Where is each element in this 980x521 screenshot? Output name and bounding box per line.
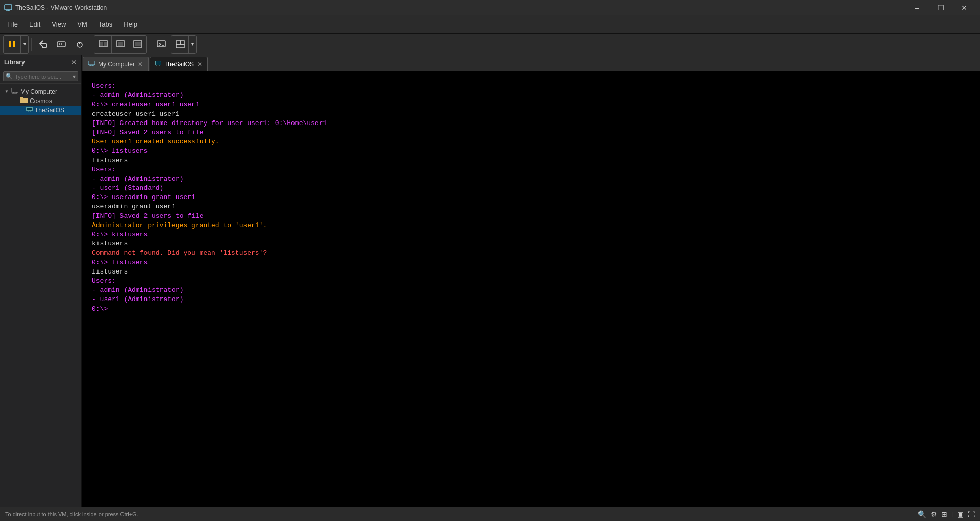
terminal-line: kistusers <box>92 239 970 249</box>
status-message: To direct input to this VM, click inside… <box>5 511 138 517</box>
sidebar-header: Library ✕ <box>0 55 81 69</box>
status-bar: To direct input to this VM, click inside… <box>0 507 980 521</box>
menu-edit[interactable]: Edit <box>24 18 45 30</box>
sep2 <box>91 38 91 51</box>
sidebar: Library ✕ 🔍 ▾ ▼ <box>0 55 82 507</box>
tab-mycomputer-close[interactable]: ✕ <box>138 61 143 68</box>
tab-thesailos-close[interactable]: ✕ <box>197 61 202 68</box>
terminal-line: 0:\> kistusers <box>92 230 970 239</box>
svg-rect-11 <box>100 42 103 46</box>
tree-item-cosmos[interactable]: Cosmos <box>0 96 81 106</box>
status-icon-settings[interactable]: ⚙ <box>930 510 937 518</box>
titlebar: TheSailOS - VMware Workstation – ❐ ✕ <box>0 0 980 15</box>
terminal-line: - admin (Administrator) <box>92 175 970 184</box>
status-icon-search[interactable]: 🔍 <box>918 510 926 518</box>
terminal-line: useradmin grant user1 <box>92 202 970 211</box>
status-icon-fit[interactable]: ⊞ <box>941 510 947 518</box>
view-group <box>94 35 147 54</box>
sidebar-close-button[interactable]: ✕ <box>71 58 77 66</box>
computer-icon <box>11 88 18 95</box>
terminal-content: Users:- admin (Administrator)0:\> create… <box>82 82 980 314</box>
terminal-line: - admin (Administrator) <box>92 91 970 100</box>
menu-tabs[interactable]: Tabs <box>93 18 117 30</box>
menu-view[interactable]: View <box>46 18 71 30</box>
tabs-bar: My Computer ✕ TheSailOS ✕ <box>82 55 980 71</box>
close-button[interactable]: ✕ <box>952 0 976 15</box>
terminal-line: 0:\> listusers <box>92 258 970 267</box>
unity-dropdown[interactable]: ▾ <box>189 36 196 53</box>
vm-icon <box>26 107 33 114</box>
terminal-line: Users: <box>92 277 970 286</box>
svg-rect-0 <box>5 5 12 10</box>
svg-rect-27 <box>27 108 32 110</box>
menu-file[interactable]: File <box>2 18 23 30</box>
send-ctrlaltdel-button[interactable] <box>53 36 70 53</box>
tab-vm-icon <box>155 61 161 68</box>
pause-dropdown[interactable]: ▾ <box>21 36 28 53</box>
tab-mycomputer[interactable]: My Computer ✕ <box>83 57 149 71</box>
tree-item-label: My Computer <box>20 88 57 95</box>
status-icon-full[interactable]: ⛶ <box>968 510 975 518</box>
tree-item-thesailos[interactable]: TheSailOS <box>0 106 81 115</box>
terminal-line: 0:\> <box>92 305 970 314</box>
svg-rect-12 <box>104 42 107 46</box>
terminal-view[interactable]: Users:- admin (Administrator)0:\> create… <box>82 71 980 507</box>
window-controls: – ❐ ✕ <box>905 0 976 15</box>
search-box: 🔍 ▾ <box>3 71 78 81</box>
svg-rect-36 <box>156 61 161 65</box>
svg-rect-20 <box>180 41 184 44</box>
tab-monitor-icon <box>88 61 95 68</box>
sidebar-title: Library <box>4 59 25 66</box>
svg-rect-4 <box>13 41 15 47</box>
pause-group: ▾ <box>3 35 29 54</box>
console-button[interactable] <box>153 36 170 53</box>
unity-group: ▾ <box>171 35 197 54</box>
minimize-button[interactable]: – <box>905 0 929 15</box>
terminal-line: listusers <box>92 156 970 165</box>
svg-rect-14 <box>118 42 123 46</box>
expand-icon <box>18 108 23 113</box>
tree-item-label: TheSailOS <box>35 107 64 114</box>
app-icon <box>4 4 12 12</box>
status-separator: | <box>951 511 953 517</box>
menu-vm[interactable]: VM <box>72 18 92 30</box>
toolbar: ▾ <box>0 34 980 55</box>
tab-mycomputer-label: My Computer <box>98 61 135 68</box>
terminal-line: 0:\> createuser user1 user1 <box>92 100 970 109</box>
search-dropdown-icon[interactable]: ▾ <box>73 73 76 79</box>
search-icon: 🔍 <box>6 73 13 80</box>
menu-help[interactable]: Help <box>118 18 142 30</box>
svg-rect-16 <box>135 42 141 46</box>
sep3 <box>150 38 150 51</box>
status-icon-normal[interactable]: ▣ <box>957 510 964 518</box>
terminal-line: [INFO] Saved 2 users to file <box>92 212 970 221</box>
svg-rect-21 <box>176 44 184 48</box>
unity-button[interactable] <box>172 36 189 53</box>
main-layout: Library ✕ 🔍 ▾ ▼ <box>0 55 980 507</box>
sidebar-search-area: 🔍 ▾ <box>0 69 81 84</box>
expand-icon: ▼ <box>4 89 9 94</box>
terminal-line: createuser user1 user1 <box>92 110 970 119</box>
terminal-line: User user1 created successfully. <box>92 137 970 146</box>
terminal-line: 0:\> listusers <box>92 146 970 156</box>
terminal-line: Command not found. Did you mean 'listuse… <box>92 249 970 258</box>
only-view-button[interactable] <box>112 36 129 53</box>
normal-view-button[interactable] <box>94 36 112 53</box>
tree-item-mycomputer[interactable]: ▼ My Computer <box>0 87 81 96</box>
tree-item-label: Cosmos <box>30 97 52 105</box>
terminal-line: Users: <box>92 165 970 175</box>
revert-button[interactable] <box>34 36 52 53</box>
sidebar-tree: ▼ My Computer <box>0 84 81 507</box>
svg-rect-22 <box>11 88 18 92</box>
terminal-line: - user1 (Administrator) <box>92 295 970 304</box>
full-view-button[interactable] <box>129 36 146 53</box>
svg-rect-31 <box>88 61 95 65</box>
restore-button[interactable]: ❐ <box>929 0 952 15</box>
pause-button[interactable] <box>4 36 21 53</box>
search-input[interactable] <box>15 73 71 80</box>
content-area: My Computer ✕ TheSailOS ✕ <box>82 55 980 507</box>
power-button[interactable] <box>71 36 88 53</box>
terminal-line: [INFO] Saved 2 users to file <box>92 128 970 137</box>
tab-thesailos[interactable]: TheSailOS ✕ <box>150 57 208 71</box>
terminal-line: Users: <box>92 82 970 91</box>
